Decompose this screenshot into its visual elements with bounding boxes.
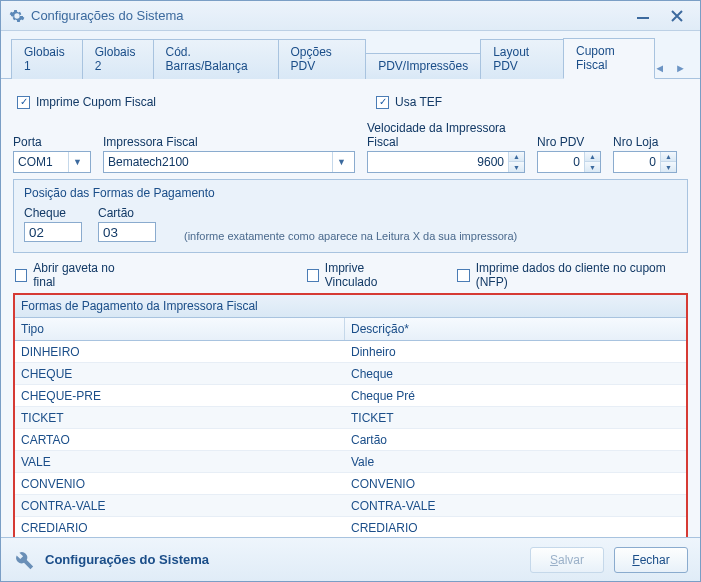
table-title: Formas de Pagamento da Impressora Fiscal <box>15 295 686 318</box>
table-row[interactable]: CHEQUECheque <box>15 363 686 385</box>
spin-down-icon[interactable]: ▼ <box>660 162 676 172</box>
table-row[interactable]: CHEQUE-PRECheque Pré <box>15 385 686 407</box>
porta-select[interactable]: COM1 ▼ <box>13 151 91 173</box>
cheque-label: Cheque <box>24 206 82 220</box>
velocidade-label: Velocidade da Impressora Fiscal <box>367 121 525 149</box>
table-row[interactable]: CONVENIOCONVENIO <box>15 473 686 495</box>
col-descricao[interactable]: Descrição* <box>345 318 686 340</box>
cell-tipo: CONTRA-VALE <box>15 499 345 513</box>
cell-tipo: TICKET <box>15 411 345 425</box>
nro-loja-input[interactable]: 0 ▲▼ <box>613 151 677 173</box>
check-imprime-cupom-label: Imprime Cupom Fiscal <box>36 95 156 109</box>
cell-descricao: Cheque Pré <box>345 389 686 403</box>
tab-layout-pdv[interactable]: Layout PDV <box>480 39 564 79</box>
cell-descricao: Cheque <box>345 367 686 381</box>
window-title: Configurações do Sistema <box>31 8 624 23</box>
table-row[interactable]: CARTAOCartão <box>15 429 686 451</box>
tab-bar: Globais 1 Globais 2 Cód. Barras/Balança … <box>1 31 700 79</box>
impressora-label: Impressora Fiscal <box>103 135 355 149</box>
svg-rect-0 <box>637 17 649 19</box>
impressora-value: Bematech2100 <box>108 155 189 169</box>
tab-nav: ◄ ► <box>654 62 690 78</box>
check-abrir-gaveta-label: Abrir gaveta no final <box>33 261 132 289</box>
table-row[interactable]: TICKETTICKET <box>15 407 686 429</box>
footer: Configurações do Sistema Salvar Fechar <box>1 537 700 581</box>
cell-tipo: VALE <box>15 455 345 469</box>
window: Configurações do Sistema Globais 1 Globa… <box>0 0 701 582</box>
footer-title: Configurações do Sistema <box>45 552 520 567</box>
cell-descricao: Cartão <box>345 433 686 447</box>
cell-tipo: CARTAO <box>15 433 345 447</box>
formas-pagamento-table: Formas de Pagamento da Impressora Fiscal… <box>13 293 688 537</box>
posicao-hint: (informe exatamente como aparece na Leit… <box>184 230 517 242</box>
gear-icon <box>9 8 25 24</box>
check-usa-tef-label: Usa TEF <box>395 95 442 109</box>
cartao-input[interactable] <box>98 222 156 242</box>
table-row[interactable]: CONTRA-VALECONTRA-VALE <box>15 495 686 517</box>
tab-pdv-impressoes[interactable]: PDV/Impressões <box>365 53 481 79</box>
group-posicao-title: Posição das Formas de Pagamento <box>24 186 677 200</box>
spin-down-icon[interactable]: ▼ <box>584 162 600 172</box>
check-abrir-gaveta[interactable]: Abrir gaveta no final <box>15 261 133 289</box>
minimize-button[interactable] <box>628 7 658 25</box>
tab-cupom-fiscal[interactable]: Cupom Fiscal <box>563 38 655 79</box>
group-posicao-formas: Posição das Formas de Pagamento Cheque C… <box>13 179 688 253</box>
salvar-rest: alvar <box>558 553 584 567</box>
cell-descricao: Dinheiro <box>345 345 686 359</box>
fechar-rest: echar <box>640 553 670 567</box>
spin-down-icon[interactable]: ▼ <box>508 162 524 172</box>
tab-globais-2[interactable]: Globais 2 <box>82 39 154 79</box>
wrench-icon <box>13 549 35 571</box>
titlebar: Configurações do Sistema <box>1 1 700 31</box>
check-imprime-dados-cliente[interactable]: Imprime dados do cliente no cupom (NFP) <box>457 261 686 289</box>
spin-up-icon[interactable]: ▲ <box>660 152 676 162</box>
cell-descricao: CREDIARIO <box>345 521 686 535</box>
nro-loja-label: Nro Loja <box>613 135 677 149</box>
check-imprime-vinculado-label: Imprive Vinculado <box>325 261 414 289</box>
table-row[interactable]: DINHEIRODinheiro <box>15 341 686 363</box>
checkbox-icon: ✓ <box>17 96 30 109</box>
nro-pdv-input[interactable]: 0 ▲▼ <box>537 151 601 173</box>
porta-value: COM1 <box>18 155 53 169</box>
check-usa-tef[interactable]: ✓ Usa TEF <box>376 95 442 109</box>
table-row[interactable]: VALEVale <box>15 451 686 473</box>
tab-globais-1[interactable]: Globais 1 <box>11 39 83 79</box>
tab-prev-icon[interactable]: ◄ <box>654 62 665 74</box>
cell-tipo: CREDIARIO <box>15 521 345 535</box>
table-header: Tipo Descrição* <box>15 318 686 341</box>
chevron-down-icon: ▼ <box>332 152 350 172</box>
salvar-mnemonic: S <box>550 553 558 567</box>
spin-up-icon[interactable]: ▲ <box>584 152 600 162</box>
col-tipo[interactable]: Tipo <box>15 318 345 340</box>
velocidade-input[interactable]: 9600 ▲▼ <box>367 151 525 173</box>
velocidade-value: 9600 <box>368 155 508 169</box>
nro-pdv-value: 0 <box>538 155 584 169</box>
cartao-label: Cartão <box>98 206 156 220</box>
tab-opcoes-pdv[interactable]: Opções PDV <box>278 39 367 79</box>
table-body: DINHEIRODinheiroCHEQUEChequeCHEQUE-PRECh… <box>15 341 686 537</box>
minimize-icon <box>636 12 650 20</box>
checkbox-icon <box>15 269 27 282</box>
impressora-select[interactable]: Bematech2100 ▼ <box>103 151 355 173</box>
fechar-button[interactable]: Fechar <box>614 547 688 573</box>
tab-cod-barras[interactable]: Cód. Barras/Balança <box>153 39 279 79</box>
chevron-down-icon: ▼ <box>68 152 86 172</box>
checkbox-icon: ✓ <box>376 96 389 109</box>
table-row[interactable]: CREDIARIOCREDIARIO <box>15 517 686 537</box>
check-imprime-cupom[interactable]: ✓ Imprime Cupom Fiscal <box>17 95 156 109</box>
nro-pdv-label: Nro PDV <box>537 135 601 149</box>
salvar-button: Salvar <box>530 547 604 573</box>
check-imprime-vinculado[interactable]: Imprive Vinculado <box>307 261 414 289</box>
close-button[interactable] <box>662 7 692 25</box>
cell-tipo: CONVENIO <box>15 477 345 491</box>
cheque-input[interactable] <box>24 222 82 242</box>
checkbox-icon <box>457 269 469 282</box>
checkbox-icon <box>307 269 319 282</box>
spin-up-icon[interactable]: ▲ <box>508 152 524 162</box>
check-imprime-dados-cliente-label: Imprime dados do cliente no cupom (NFP) <box>476 261 686 289</box>
cell-descricao: CONVENIO <box>345 477 686 491</box>
tab-next-icon[interactable]: ► <box>675 62 686 74</box>
porta-label: Porta <box>13 135 91 149</box>
cell-tipo: DINHEIRO <box>15 345 345 359</box>
cell-tipo: CHEQUE-PRE <box>15 389 345 403</box>
